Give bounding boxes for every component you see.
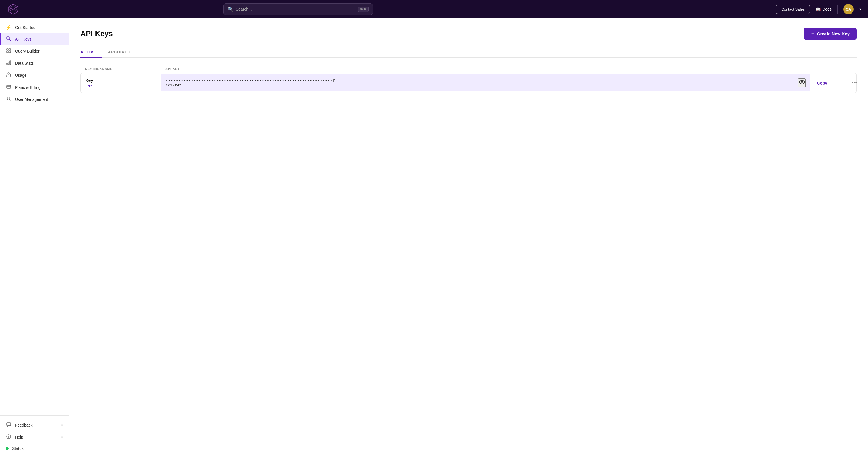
feedback-chevron-icon: ▾ <box>61 423 63 427</box>
topnav-right: Contact Sales 📖 Docs CA ▾ <box>776 4 861 15</box>
more-cell: ••• <box>845 73 856 93</box>
help-chevron-icon: ▾ <box>61 435 63 439</box>
tab-archived[interactable]: ARCHIVED <box>102 47 136 58</box>
main-header: API Keys ＋ Create New Key <box>81 28 857 40</box>
tab-active[interactable]: ACTIVE <box>81 47 102 58</box>
table-header: KEY NICKNAME API KEY <box>81 65 857 73</box>
sidebar-item-api-keys[interactable]: API Keys <box>0 33 69 45</box>
plus-icon: ＋ <box>811 31 815 36</box>
main-content: API Keys ＋ Create New Key ACTIVE ARCHIVE… <box>69 19 868 457</box>
logo[interactable] <box>7 3 20 16</box>
feedback-icon <box>6 422 11 428</box>
sidebar-item-get-started[interactable]: ⚡ Get Started <box>0 22 69 33</box>
table-row: Key Edit •••••••••••••••••••••••••••••••… <box>81 73 857 93</box>
tabs: ACTIVE ARCHIVED <box>81 47 857 58</box>
sidebar-item-plans-billing[interactable]: Plans & Billing <box>0 81 69 93</box>
copy-button[interactable]: Copy <box>815 81 830 85</box>
svg-rect-9 <box>9 49 11 50</box>
sidebar-item-feedback[interactable]: Feedback ▾ <box>0 419 69 431</box>
plans-billing-icon <box>6 84 11 90</box>
svg-point-22 <box>801 81 803 83</box>
svg-point-17 <box>8 97 9 99</box>
topnav: 🔍 Search... ⌘ K Contact Sales 📖 Docs CA … <box>0 0 868 19</box>
col-header-apikey: API KEY <box>165 67 806 70</box>
status-dot-icon <box>6 447 9 450</box>
svg-rect-18 <box>7 423 11 426</box>
copy-cell: Copy <box>810 76 845 90</box>
col-header-copy <box>806 67 840 70</box>
search-bar[interactable]: 🔍 Search... ⌘ K <box>223 3 373 15</box>
api-keys-icon <box>6 36 11 42</box>
sidebar-item-user-management[interactable]: User Management <box>0 93 69 106</box>
svg-point-21 <box>799 81 805 84</box>
sidebar-bottom: Feedback ▾ i Help ▾ Status <box>0 415 69 457</box>
get-started-icon: ⚡ <box>6 25 11 30</box>
sidebar-item-help[interactable]: i Help ▾ <box>0 431 69 443</box>
svg-rect-15 <box>7 85 11 88</box>
svg-rect-8 <box>7 49 8 50</box>
key-nickname-cell: Key Edit <box>81 73 161 93</box>
col-header-nickname: KEY NICKNAME <box>85 67 165 70</box>
sidebar: ⚡ Get Started API Keys <box>0 19 69 457</box>
toggle-visibility-button[interactable] <box>798 79 806 87</box>
avatar-chevron-icon[interactable]: ▾ <box>859 7 861 11</box>
svg-rect-12 <box>7 63 7 65</box>
key-edit-link[interactable]: Edit <box>85 84 157 88</box>
sidebar-item-status[interactable]: Status <box>0 443 69 454</box>
help-icon: i <box>6 434 11 440</box>
usage-icon <box>6 72 11 79</box>
data-stats-icon <box>6 60 11 66</box>
sidebar-item-usage[interactable]: Usage <box>0 69 69 81</box>
layout: ⚡ Get Started API Keys <box>0 19 868 457</box>
col-header-more <box>840 67 852 70</box>
search-shortcut: ⌘ K <box>358 7 368 12</box>
svg-rect-14 <box>10 61 11 65</box>
api-key-suffix: ee17f4f <box>166 83 182 87</box>
svg-rect-13 <box>8 62 9 65</box>
avatar[interactable]: CA <box>843 4 854 15</box>
sidebar-item-data-stats[interactable]: Data Stats <box>0 57 69 69</box>
docs-link[interactable]: 📖 Docs <box>816 7 832 11</box>
more-options-button[interactable]: ••• <box>849 78 859 88</box>
sidebar-item-query-builder[interactable]: Query Builder <box>0 45 69 57</box>
svg-rect-10 <box>7 51 8 53</box>
search-icon: 🔍 <box>228 7 234 12</box>
svg-line-7 <box>9 39 11 41</box>
sidebar-nav: ⚡ Get Started API Keys <box>0 19 69 415</box>
svg-rect-11 <box>9 51 11 53</box>
page-title: API Keys <box>81 29 113 38</box>
api-key-cell: ••••••••••••••••••••••••••••••••••••••••… <box>161 75 810 91</box>
user-management-icon <box>6 96 11 103</box>
book-icon: 📖 <box>816 7 820 11</box>
api-key-masked-text: ••••••••••••••••••••••••••••••••••••••••… <box>166 79 795 87</box>
query-builder-icon <box>6 48 11 54</box>
svg-text:i: i <box>8 435 9 438</box>
create-new-key-button[interactable]: ＋ Create New Key <box>804 28 857 40</box>
api-key-dots: ••••••••••••••••••••••••••••••••••••••••… <box>166 79 335 83</box>
contact-sales-button[interactable]: Contact Sales <box>776 5 810 14</box>
key-name: Key <box>85 78 157 83</box>
nav-divider <box>837 5 838 14</box>
search-placeholder: Search... <box>236 7 356 11</box>
